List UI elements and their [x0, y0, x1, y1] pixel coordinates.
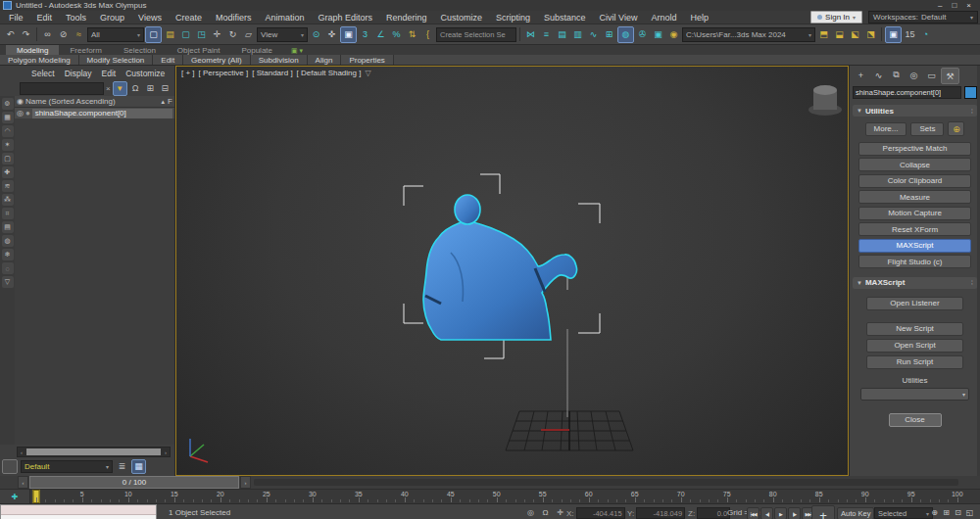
- display-frozen-icon[interactable]: ❄: [2, 249, 14, 260]
- explorer-menu-item[interactable]: Display: [65, 69, 92, 78]
- menu-item[interactable]: Animation: [258, 13, 311, 23]
- utility-button[interactable]: Perspective Match: [858, 142, 971, 156]
- angle-snap-icon[interactable]: ∠: [373, 27, 388, 42]
- selection-filter-dropdown[interactable]: All▾: [87, 27, 144, 42]
- rectangular-selection-icon[interactable]: ▢: [178, 27, 193, 42]
- maximize-viewport-icon[interactable]: ◱: [964, 507, 975, 518]
- object-color-swatch[interactable]: [964, 86, 977, 99]
- y-coordinate-field[interactable]: -418.049: [636, 507, 685, 519]
- ribbon-panel-button[interactable]: Subdivision: [251, 55, 308, 65]
- set-keys-button[interactable]: +: [811, 505, 835, 519]
- percent-snap-icon[interactable]: %: [389, 27, 404, 42]
- open-folder-icon[interactable]: ⬓: [832, 27, 847, 42]
- fps-badge[interactable]: 15: [903, 27, 917, 42]
- display-cameras-icon[interactable]: ▢: [2, 153, 14, 165]
- display-lights-icon[interactable]: ✶: [2, 139, 14, 151]
- toggle-scene-explorer-icon[interactable]: ▤: [555, 27, 569, 42]
- explorer-corner-button[interactable]: [2, 459, 18, 474]
- utility-button[interactable]: Color Clipboard: [858, 174, 971, 188]
- object-name-label[interactable]: shinaShape.component[0]: [32, 109, 172, 118]
- viewport-label-part[interactable]: [ Perspective ]: [199, 69, 249, 77]
- close-button[interactable]: Close: [889, 413, 942, 427]
- ribbon-panel-button[interactable]: Geometry (All): [183, 55, 251, 65]
- previous-frame-button[interactable]: ◀|: [760, 507, 773, 519]
- spinner-snap-icon[interactable]: ⇅: [405, 27, 419, 42]
- maxscript-button[interactable]: Run Script: [866, 355, 963, 369]
- select-object-icon[interactable]: ▢: [145, 26, 162, 43]
- tab-hierarchy[interactable]: ⧉: [888, 68, 905, 82]
- scroll-right-icon[interactable]: ›: [162, 449, 170, 455]
- select-and-rotate-icon[interactable]: ↻: [225, 27, 240, 42]
- explorer-menu-item[interactable]: Customize: [125, 69, 165, 78]
- filter-icon[interactable]: ▼: [113, 81, 127, 96]
- menu-item[interactable]: Help: [683, 13, 715, 23]
- select-by-name-icon[interactable]: ▤: [163, 27, 177, 42]
- display-particles-icon[interactable]: ⁂: [2, 194, 14, 206]
- maxscript-rollout-header[interactable]: ▼ MAXScript ⁞: [853, 277, 977, 289]
- menu-item[interactable]: Customize: [434, 13, 490, 23]
- open-listener-button[interactable]: Open Listener: [866, 297, 963, 310]
- window-control-button[interactable]: □: [952, 1, 956, 10]
- mini-curve-editor-button[interactable]: ✚: [0, 490, 30, 503]
- lock-icon[interactable]: Ω: [129, 82, 142, 95]
- transform-gizmo-icon[interactable]: ✛: [555, 507, 565, 518]
- utility-button[interactable]: Reset XForm: [858, 222, 971, 236]
- configure-button-sets-button[interactable]: ⊕: [948, 121, 964, 136]
- tab-modify[interactable]: ∿: [870, 68, 887, 82]
- explorer-preset-dropdown[interactable]: Default▾: [21, 460, 113, 473]
- menu-item[interactable]: Tools: [59, 13, 93, 23]
- menu-item[interactable]: Arnold: [644, 13, 683, 23]
- schematic-view-icon[interactable]: ⊞: [602, 27, 616, 42]
- z-coordinate-field[interactable]: 0.0: [697, 507, 730, 519]
- workspaces-dropdown[interactable]: Workspaces:Default▾: [868, 11, 978, 24]
- auto-key-button[interactable]: Auto Key: [837, 507, 874, 519]
- utility-button[interactable]: Motion Capture: [858, 207, 971, 220]
- zoom-region-icon[interactable]: ⊡: [953, 507, 963, 518]
- unlink-selection-icon[interactable]: ⊘: [56, 27, 71, 42]
- explorer-search-input[interactable]: [20, 82, 104, 95]
- display-spacewarps-icon[interactable]: ≋: [2, 180, 14, 192]
- utilities-rollout-header[interactable]: ▼ Utilities ⁞: [853, 105, 977, 117]
- display-geometry-icon[interactable]: ▦: [2, 112, 14, 123]
- render-setup-icon[interactable]: ✇: [635, 27, 650, 42]
- sets-button[interactable]: Sets: [910, 122, 944, 136]
- maxscript-button[interactable]: Open Script: [866, 339, 963, 353]
- scroll-left-icon[interactable]: ‹: [18, 449, 25, 455]
- selection-lock-icon[interactable]: Ω: [540, 507, 551, 518]
- ribbon-overflow-button[interactable]: ▣ ▾: [291, 47, 303, 55]
- ribbon-panel-button[interactable]: Edit: [153, 55, 183, 65]
- menu-item[interactable]: Views: [131, 13, 169, 23]
- tab-display[interactable]: ▭: [923, 68, 940, 82]
- ribbon-panel-button[interactable]: Properties: [341, 55, 393, 65]
- menu-item[interactable]: Modifiers: [209, 13, 259, 23]
- viewport-label-part[interactable]: [ Default Shading ]: [297, 69, 362, 77]
- x-coordinate-field[interactable]: -404.415: [576, 507, 625, 519]
- utility-button[interactable]: Flight Studio (c): [858, 255, 971, 268]
- undo-icon[interactable]: ↶: [3, 27, 18, 42]
- rendered-frame-icon[interactable]: ▣: [651, 27, 665, 42]
- utility-button[interactable]: Collapse: [858, 158, 971, 171]
- display-containers-icon[interactable]: ▤: [2, 221, 14, 233]
- named-selection-sets-icon[interactable]: {: [420, 27, 435, 42]
- display-objects-icon[interactable]: ⊚: [2, 98, 14, 110]
- ribbon-tab[interactable]: Object Paint: [167, 45, 231, 55]
- named-selection-set-field[interactable]: Create Selection Se: [436, 27, 516, 42]
- align-icon[interactable]: ≡: [539, 27, 554, 42]
- trackbar-ruler[interactable]: 5101520253035404550556065707580859095100: [30, 490, 980, 503]
- window-crossing-icon[interactable]: ◳: [194, 27, 209, 42]
- export-icon[interactable]: ⬔: [863, 27, 878, 42]
- isolate-toggle-icon[interactable]: ▣: [885, 26, 902, 43]
- display-shapes-icon[interactable]: ◠: [2, 125, 14, 137]
- menu-item[interactable]: Group: [93, 13, 131, 23]
- viewport-filter-icon[interactable]: ▽: [365, 69, 370, 77]
- import-icon[interactable]: ⬕: [848, 27, 862, 42]
- tab-motion[interactable]: ◎: [906, 68, 922, 82]
- material-editor-icon[interactable]: ◍: [617, 26, 634, 43]
- mirror-icon[interactable]: ⋈: [523, 27, 538, 42]
- display-materials-icon[interactable]: ◍: [2, 235, 14, 247]
- use-pivot-center-icon[interactable]: ⊙: [309, 27, 323, 42]
- explorer-menu-item[interactable]: Edit: [102, 69, 117, 78]
- explorer-mode-icon[interactable]: ▦: [131, 459, 146, 474]
- snaps-toggle-icon[interactable]: 3: [358, 27, 372, 42]
- time-slider-handle[interactable]: 0 / 100: [29, 476, 239, 489]
